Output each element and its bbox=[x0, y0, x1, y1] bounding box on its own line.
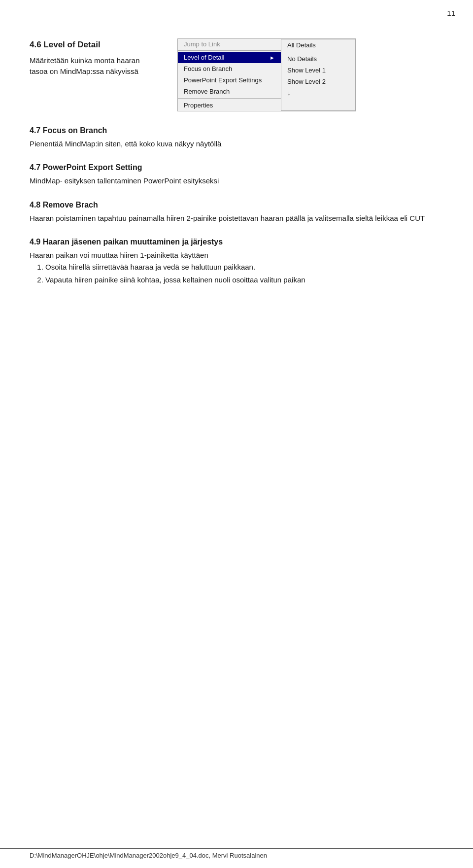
menu-main: Jump to Link Level of Detail ► Focus on … bbox=[178, 39, 281, 111]
menu-item-label: PowerPoint Export Settings bbox=[184, 76, 262, 84]
footer: D:\MindManagerOHJE\ohje\MindManager2002o… bbox=[0, 848, 473, 859]
menu-item-focus-on-branch[interactable]: Focus on Branch bbox=[178, 63, 281, 74]
section-47b-body: MindMap- esityksen tallentaminen PowerPo… bbox=[30, 175, 443, 186]
submenu-item-label: All Details bbox=[287, 41, 316, 49]
menu-separator-bottom bbox=[178, 98, 281, 99]
section-47-body: Pienentää MindMap:in siten, että koko ku… bbox=[30, 138, 443, 149]
submenu-separator bbox=[281, 52, 355, 52]
submenu-item-label: ↓ bbox=[287, 89, 291, 97]
section-47-heading: 4.7 Focus on Branch bbox=[30, 126, 443, 135]
submenu-item-label: Show Level 2 bbox=[287, 78, 326, 85]
menu-screenshot: Jump to Link Level of Detail ► Focus on … bbox=[177, 38, 356, 111]
submenu-arrow: ► bbox=[270, 55, 275, 61]
section-48-body: Haaran poistaminen tapahtuu painamalla h… bbox=[30, 212, 443, 224]
list-item-2: Vapauta hiiren painike siinä kohtaa, jos… bbox=[45, 274, 443, 286]
menu-item-label: Properties bbox=[184, 102, 213, 109]
section-47b-heading: 4.7 PowerPoint Export Setting bbox=[30, 163, 443, 172]
menu-item-level-of-detail[interactable]: Level of Detail ► bbox=[178, 52, 281, 63]
page-number: 11 bbox=[447, 9, 455, 17]
submenu-item-all-details[interactable]: All Details bbox=[281, 39, 355, 51]
section-46-body-line2: tasoa on MindMap:ssa näkyvissä bbox=[30, 66, 168, 77]
section-49-intro: Haaran paikan voi muuttaa hiiren 1-paini… bbox=[30, 249, 443, 261]
footer-path: D:\MindManagerOHJE\ohje\MindManager2002o… bbox=[30, 852, 267, 859]
menu-top-item: Jump to Link bbox=[178, 39, 281, 49]
section-49-block: 4.9 Haaran jäsenen paikan muuttaminen ja… bbox=[30, 238, 443, 286]
submenu-item-label: No Details bbox=[287, 55, 317, 63]
submenu: All Details No Details Show Level 1 Show… bbox=[281, 39, 355, 111]
submenu-item-no-details[interactable]: No Details bbox=[281, 53, 355, 65]
menu-item-powerpoint-export[interactable]: PowerPoint Export Settings bbox=[178, 74, 281, 86]
submenu-item-show-level-2[interactable]: Show Level 2 bbox=[281, 76, 355, 87]
section-49-list: Osoita hiirellä siirrettävää haaraa ja v… bbox=[45, 261, 443, 286]
submenu-item-more[interactable]: ↓ bbox=[281, 87, 355, 99]
menu-item-properties[interactable]: Properties bbox=[178, 100, 281, 111]
menu-separator-top bbox=[178, 50, 281, 51]
menu-item-remove-branch[interactable]: Remove Branch bbox=[178, 86, 281, 97]
section-47b-block: 4.7 PowerPoint Export Setting MindMap- e… bbox=[30, 163, 443, 186]
section-46-heading: 4.6 Level of Detail bbox=[30, 38, 168, 51]
submenu-item-show-level-1[interactable]: Show Level 1 bbox=[281, 65, 355, 76]
submenu-item-label: Show Level 1 bbox=[287, 67, 326, 74]
menu-item-label: Level of Detail bbox=[184, 54, 224, 61]
section-46-body-line1: Määritetään kuinka monta haaran bbox=[30, 55, 168, 67]
list-item-1: Osoita hiirellä siirrettävää haaraa ja v… bbox=[45, 261, 443, 274]
menu-item-label: Focus on Branch bbox=[184, 65, 232, 72]
section-49-heading: 4.9 Haaran jäsenen paikan muuttaminen ja… bbox=[30, 238, 443, 246]
menu-item-label: Remove Branch bbox=[184, 88, 230, 95]
section-48-block: 4.8 Remove Brach Haaran poistaminen tapa… bbox=[30, 201, 443, 224]
section-47-block: 4.7 Focus on Branch Pienentää MindMap:in… bbox=[30, 126, 443, 149]
section-48-heading: 4.8 Remove Brach bbox=[30, 201, 443, 209]
